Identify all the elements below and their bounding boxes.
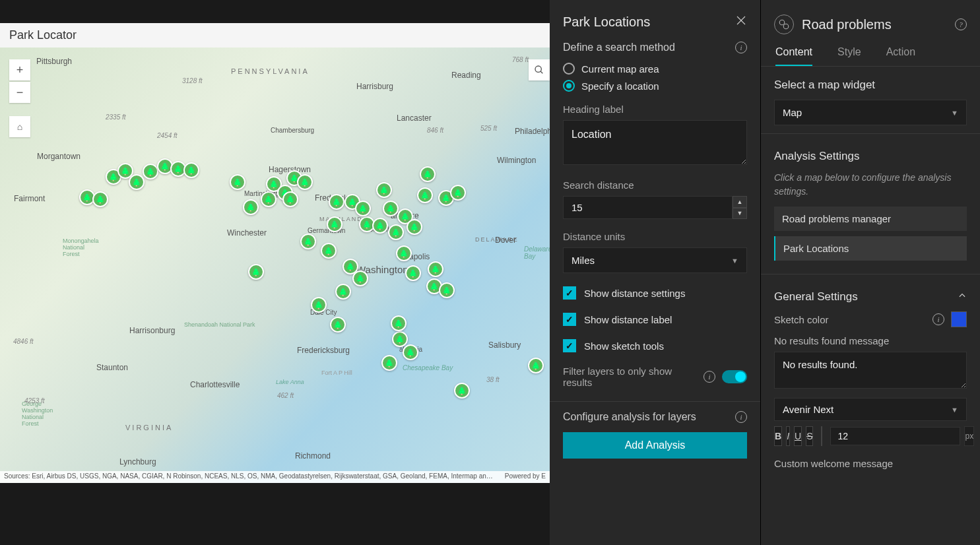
park-marker[interactable]	[376, 182, 392, 198]
underline-button[interactable]: U	[794, 426, 802, 446]
park-marker[interactable]	[282, 191, 298, 207]
zoom-in-button[interactable]: +	[9, 59, 30, 80]
park-marker[interactable]	[321, 243, 337, 259]
park-marker[interactable]	[335, 284, 351, 300]
italic-button[interactable]: I	[786, 426, 790, 446]
park-marker[interactable]	[261, 191, 277, 207]
distance-units-select[interactable]: Miles ▼	[563, 247, 747, 273]
info-icon[interactable]: i	[932, 313, 944, 325]
show-sketch-tools-checkbox[interactable]: Show sketch tools	[563, 339, 747, 352]
heading-input[interactable]	[563, 120, 747, 165]
park-marker[interactable]	[330, 317, 346, 333]
tab-style[interactable]: Style	[837, 46, 861, 66]
font-size-unit[interactable]: px	[964, 426, 974, 446]
city-label: Fairmont	[14, 194, 45, 203]
info-icon[interactable]: i	[735, 411, 747, 423]
general-settings-label: General Settings	[774, 290, 858, 304]
park-marker[interactable]	[383, 201, 399, 216]
sketch-color-swatch[interactable]	[951, 311, 967, 327]
map-attribution: Sources: Esri, Airbus DS, USGS, NGA, NAS…	[0, 471, 550, 483]
park-marker[interactable]	[450, 185, 466, 201]
city-label: Reading	[451, 71, 481, 80]
park-marker[interactable]	[388, 224, 404, 240]
park-marker[interactable]	[329, 194, 344, 210]
city-label: Fredericksburg	[297, 346, 350, 355]
select-value: Miles	[572, 255, 595, 266]
svg-line-1	[540, 71, 542, 73]
park-marker[interactable]	[396, 245, 412, 261]
close-icon[interactable]	[735, 15, 747, 30]
text-color-button[interactable]	[821, 426, 822, 446]
park-marker[interactable]	[403, 344, 418, 360]
park-marker[interactable]	[355, 201, 371, 216]
park-marker[interactable]	[230, 174, 245, 190]
park-marker[interactable]	[454, 383, 470, 399]
map-widget-select[interactable]: Map ▼	[774, 100, 967, 125]
strikethrough-button[interactable]: S	[806, 426, 813, 446]
park-marker[interactable]	[327, 216, 343, 232]
elevation-label: 3128 ft	[182, 77, 203, 84]
tab-action[interactable]: Action	[886, 46, 915, 66]
park-marker[interactable]	[439, 282, 455, 298]
park-marker[interactable]	[428, 261, 443, 277]
park-marker[interactable]	[528, 358, 544, 373]
park-marker[interactable]	[392, 331, 408, 347]
city-label: Dover	[495, 236, 516, 245]
park-marker[interactable]	[143, 164, 158, 179]
home-button[interactable]: ⌂	[9, 116, 30, 137]
font-family-select[interactable]: Avenir Next ▼	[774, 398, 967, 421]
analysis-map-item[interactable]: Road problems manager	[774, 207, 967, 231]
filter-layers-toggle[interactable]	[722, 370, 747, 383]
no-results-input[interactable]	[774, 352, 967, 389]
park-marker[interactable]	[381, 355, 397, 371]
search-distance-input[interactable]	[563, 196, 733, 219]
park-marker[interactable]	[391, 315, 407, 331]
zoom-out-button[interactable]: −	[9, 82, 30, 103]
info-icon[interactable]: i	[735, 42, 747, 53]
park-marker[interactable]	[372, 218, 388, 234]
info-icon[interactable]: i	[703, 371, 715, 383]
tab-content[interactable]: Content	[775, 46, 812, 66]
park-marker[interactable]	[297, 174, 313, 190]
park-label: Monongahela National Forest	[63, 238, 102, 257]
label-state: VIRGINIA	[125, 424, 173, 432]
stepper-up-icon[interactable]: ▲	[733, 196, 747, 208]
label-state: PENNSYLVANIA	[231, 67, 310, 75]
map-canvas[interactable]: + − ⌂ PENNSYLVANIA VIRGINIA MARYLAND DEL…	[0, 48, 550, 483]
configure-analysis-label: Configure analysis for layers	[563, 411, 696, 423]
map-search-button[interactable]	[529, 59, 550, 80]
park-marker[interactable]	[407, 219, 422, 235]
panel-title: Park Locations	[563, 15, 650, 30]
font-size-input[interactable]	[830, 427, 960, 445]
park-marker[interactable]	[183, 162, 199, 178]
park-marker[interactable]	[311, 297, 327, 313]
park-marker[interactable]	[248, 264, 264, 280]
radio-specify-location[interactable]: Specify a location	[563, 80, 747, 92]
park-marker[interactable]	[243, 199, 259, 215]
park-marker[interactable]	[405, 265, 421, 281]
stepper-down-icon[interactable]: ▼	[733, 208, 747, 220]
water-label: Delaware Bay	[524, 245, 550, 260]
park-marker[interactable]	[420, 166, 436, 182]
help-icon[interactable]: ?	[955, 18, 967, 30]
search-distance-stepper[interactable]: ▲ ▼	[733, 196, 747, 219]
widget-title: Road problems	[802, 17, 947, 32]
park-marker[interactable]	[92, 191, 108, 207]
add-analysis-button[interactable]: Add Analysis	[563, 432, 747, 459]
park-label: Shenandoah National Park	[184, 321, 255, 328]
city-label: Lynchburg	[119, 457, 156, 466]
park-marker[interactable]	[300, 234, 316, 249]
attribution-poweredby: Powered by E	[505, 472, 546, 482]
chevron-up-icon[interactable]	[958, 290, 967, 304]
show-distance-settings-checkbox[interactable]: Show distance settings	[563, 286, 747, 300]
radio-current-map-area[interactable]: Current map area	[563, 63, 747, 75]
park-marker[interactable]	[417, 187, 433, 203]
select-value: Avenir Next	[783, 404, 833, 415]
no-results-label: No results found message	[774, 335, 967, 346]
bold-button[interactable]: B	[774, 426, 782, 446]
show-distance-label-checkbox[interactable]: Show distance label	[563, 313, 747, 326]
park-marker[interactable]	[352, 271, 368, 286]
city-label: Morgantown	[37, 152, 81, 161]
analysis-map-item-selected[interactable]: Park Locations	[774, 236, 967, 261]
park-marker[interactable]	[129, 174, 145, 190]
